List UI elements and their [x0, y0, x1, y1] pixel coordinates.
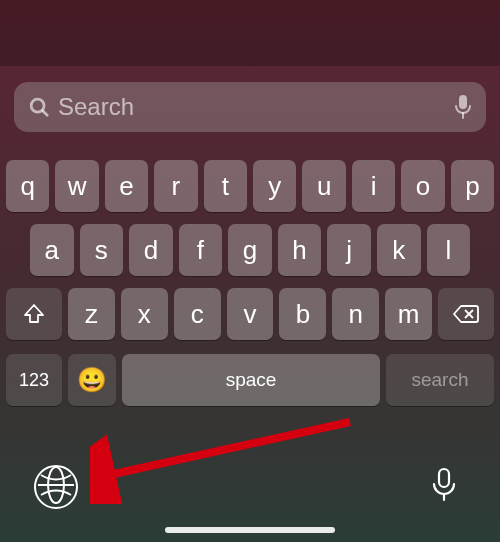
key-r[interactable]: r [154, 160, 197, 212]
key-x[interactable]: x [121, 288, 168, 340]
key-w[interactable]: w [55, 160, 98, 212]
mic-icon [431, 467, 457, 507]
key-t[interactable]: t [204, 160, 247, 212]
backspace-key[interactable] [438, 288, 494, 340]
key-b[interactable]: b [279, 288, 326, 340]
globe-icon [37, 466, 75, 508]
key-z[interactable]: z [68, 288, 115, 340]
key-k[interactable]: k [377, 224, 421, 276]
svg-rect-2 [459, 95, 467, 109]
key-l[interactable]: l [427, 224, 471, 276]
key-f[interactable]: f [179, 224, 223, 276]
key-m[interactable]: m [385, 288, 432, 340]
search-placeholder: Search [58, 93, 454, 121]
globe-key[interactable] [34, 465, 78, 509]
key-o[interactable]: o [401, 160, 444, 212]
svg-line-1 [43, 111, 48, 116]
status-area [0, 0, 500, 66]
dictation-key[interactable] [422, 465, 466, 509]
search-icon [28, 96, 50, 118]
space-key[interactable]: space [122, 354, 380, 406]
key-d[interactable]: d [129, 224, 173, 276]
key-row-1: q w e r t y u i o p [6, 160, 494, 212]
key-j[interactable]: j [327, 224, 371, 276]
key-q[interactable]: q [6, 160, 49, 212]
key-s[interactable]: s [80, 224, 124, 276]
search-key[interactable]: search [386, 354, 494, 406]
key-v[interactable]: v [227, 288, 274, 340]
key-n[interactable]: n [332, 288, 379, 340]
key-u[interactable]: u [302, 160, 345, 212]
key-e[interactable]: e [105, 160, 148, 212]
key-row-3: z x c v b n m [6, 288, 494, 340]
key-a[interactable]: a [30, 224, 74, 276]
key-g[interactable]: g [228, 224, 272, 276]
key-row-4: 123 😀 space search [6, 354, 494, 406]
key-i[interactable]: i [352, 160, 395, 212]
emoji-key[interactable]: 😀 [68, 354, 116, 406]
key-h[interactable]: h [278, 224, 322, 276]
mic-icon[interactable] [454, 94, 472, 120]
key-row-2: a s d f g h j k l [6, 224, 494, 276]
emoji-icon: 😀 [77, 366, 107, 394]
search-container: Search [0, 66, 500, 142]
keyboard: q w e r t y u i o p a s d f g h j k l z … [0, 142, 500, 406]
svg-rect-8 [439, 469, 449, 487]
key-c[interactable]: c [174, 288, 221, 340]
shift-key[interactable] [6, 288, 62, 340]
search-input[interactable]: Search [14, 82, 486, 132]
key-p[interactable]: p [451, 160, 494, 212]
key-y[interactable]: y [253, 160, 296, 212]
home-indicator[interactable] [165, 527, 335, 533]
numeric-key[interactable]: 123 [6, 354, 62, 406]
